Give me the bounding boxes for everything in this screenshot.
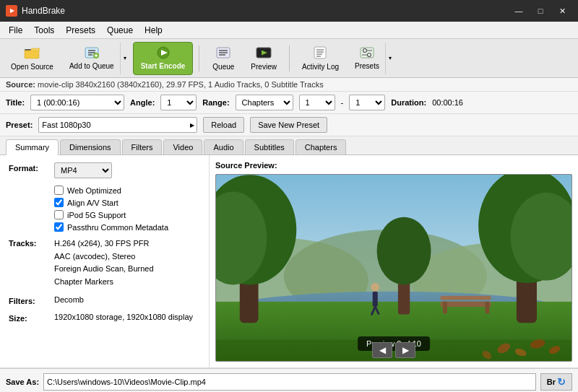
open-source-button[interactable]: Open Source	[4, 42, 60, 75]
menu-help[interactable]: Help	[139, 24, 168, 37]
save-bar: Save As: Br ↻	[0, 368, 578, 392]
presets-icon	[359, 46, 375, 61]
preset-label: Preset:	[6, 121, 33, 129]
title-row: Title: 1 (00:00:16) Angle: 1 Range: Chap…	[0, 92, 578, 114]
size-row: Size: 1920x1080 storage, 1920x1080 displ…	[9, 313, 200, 323]
source-label: Source:	[6, 80, 35, 89]
toolbar: Open Source Add to Queue ▾	[0, 39, 578, 78]
tracks-row: Tracks: H.264 (x264), 30 FPS PFR AAC (av…	[9, 238, 200, 288]
start-encode-label: Start Encode	[141, 62, 186, 70]
source-bar: Source: movie-clip 3840x2160 (3840x2160)…	[0, 78, 578, 92]
chapter-separator: -	[341, 98, 344, 107]
filters-row: Filters: Decomb	[9, 295, 200, 305]
open-source-icon	[24, 46, 40, 61]
start-encode-button[interactable]: Start Encode	[133, 42, 194, 75]
tab-summary[interactable]: Summary	[6, 139, 59, 155]
save-as-input[interactable]	[43, 373, 536, 391]
track-4: Chapter Markers	[54, 276, 200, 289]
align-av-checkbox[interactable]	[54, 198, 64, 207]
preview-nav: ◀ ▶	[216, 339, 571, 361]
chapter-start-select[interactable]: 1	[299, 95, 335, 110]
menu-queue[interactable]: Queue	[101, 24, 139, 37]
svg-rect-46	[373, 292, 378, 307]
presets-button[interactable]: Presets ▾	[348, 42, 395, 75]
tabs-bar: Summary Dimensions Filters Video Audio S…	[0, 136, 578, 155]
add-to-queue-button[interactable]: Add to Queue ▾	[63, 42, 130, 75]
range-select[interactable]: Chapters	[236, 95, 293, 110]
title-bar: HandBrake — □ ✕	[0, 0, 578, 22]
preview-image	[216, 175, 571, 361]
close-button[interactable]: ✕	[552, 4, 572, 18]
menu-tools[interactable]: Tools	[28, 24, 60, 37]
tab-chapters[interactable]: Chapters	[296, 139, 347, 154]
save-new-preset-button[interactable]: Save New Preset	[250, 117, 327, 133]
browse-label: Br	[547, 378, 556, 386]
tab-filters[interactable]: Filters	[122, 139, 163, 154]
main-content: Format: MP4 Web Optimized Align A/V Star…	[0, 155, 578, 368]
tab-dimensions[interactable]: Dimensions	[60, 139, 120, 154]
preview-prev-button[interactable]: ◀	[372, 342, 392, 358]
angle-select[interactable]: 1	[160, 95, 197, 110]
title-label: Title:	[6, 98, 25, 107]
title-select[interactable]: 1 (00:00:16)	[30, 95, 124, 110]
svg-rect-45	[486, 302, 490, 313]
presets-label: Presets	[355, 62, 379, 70]
svg-rect-23	[361, 48, 374, 58]
preview-panel: Source Preview:	[210, 155, 578, 367]
start-encode-icon	[155, 46, 171, 61]
angle-label: Angle:	[130, 98, 155, 107]
size-value: 1920x1080 storage, 1920x1080 display	[54, 313, 200, 321]
preview-button[interactable]: Preview	[244, 42, 283, 75]
size-label: Size:	[9, 313, 48, 323]
queue-icon	[215, 46, 231, 61]
svg-rect-43	[440, 296, 491, 300]
ipod-5g-checkbox[interactable]	[54, 210, 64, 219]
range-label: Range:	[202, 98, 229, 107]
tab-subtitles[interactable]: Subtitles	[245, 139, 294, 154]
browse-button[interactable]: Br ↻	[540, 373, 572, 391]
track-2: AAC (avcodec), Stereo	[54, 251, 200, 263]
queue-button[interactable]: Queue	[205, 42, 241, 75]
duration-label: Duration:	[391, 98, 426, 107]
tab-audio[interactable]: Audio	[204, 139, 243, 154]
activity-log-button[interactable]: Activity Log	[296, 42, 345, 75]
preset-bar: Preset: ▶ Reload Save New Preset	[0, 114, 578, 136]
web-optimized-checkbox[interactable]	[54, 186, 64, 195]
app-icon	[6, 5, 17, 17]
add-to-queue-icon	[84, 46, 100, 61]
format-value: MP4	[54, 162, 200, 178]
svg-rect-42	[440, 302, 491, 307]
svg-rect-44	[443, 302, 447, 313]
web-optimized-row: Web Optimized	[54, 186, 200, 195]
preset-input[interactable]	[38, 117, 197, 133]
presets-dropdown[interactable]: ▾	[385, 43, 394, 74]
preset-input-wrap: ▶	[38, 117, 197, 133]
toolbar-sep-2	[289, 45, 290, 71]
menu-bar: File Tools Presets Queue Help	[0, 22, 578, 39]
add-to-queue-dropdown[interactable]: ▾	[120, 43, 129, 74]
chapter-end-select[interactable]: 1	[349, 95, 385, 110]
maximize-button[interactable]: □	[530, 4, 551, 18]
preview-icon	[256, 46, 272, 61]
toolbar-sep-1	[199, 45, 199, 71]
passthru-checkbox[interactable]	[54, 222, 64, 232]
app-title: HandBrake	[22, 6, 509, 16]
ipod-5g-label: iPod 5G Support	[67, 211, 126, 219]
menu-presets[interactable]: Presets	[60, 24, 101, 37]
reload-button[interactable]: Reload	[203, 117, 244, 133]
minimize-button[interactable]: —	[509, 4, 529, 18]
menu-file[interactable]: File	[3, 24, 28, 37]
open-source-label: Open Source	[11, 63, 53, 71]
activity-log-icon	[312, 46, 328, 61]
format-row: Format: MP4	[9, 162, 200, 178]
format-select[interactable]: MP4	[54, 162, 112, 178]
tracks-label: Tracks:	[9, 238, 48, 248]
refresh-icon: ↻	[557, 376, 566, 388]
preview-next-button[interactable]: ▶	[395, 342, 415, 358]
track-3: Foreign Audio Scan, Burned	[54, 263, 200, 276]
align-av-label: Align A/V Start	[67, 199, 118, 207]
track-1: H.264 (x264), 30 FPS PFR	[54, 238, 200, 251]
filters-label: Filters:	[9, 295, 48, 305]
tab-video[interactable]: Video	[163, 139, 202, 154]
add-to-queue-label: Add to Queue	[69, 62, 114, 70]
